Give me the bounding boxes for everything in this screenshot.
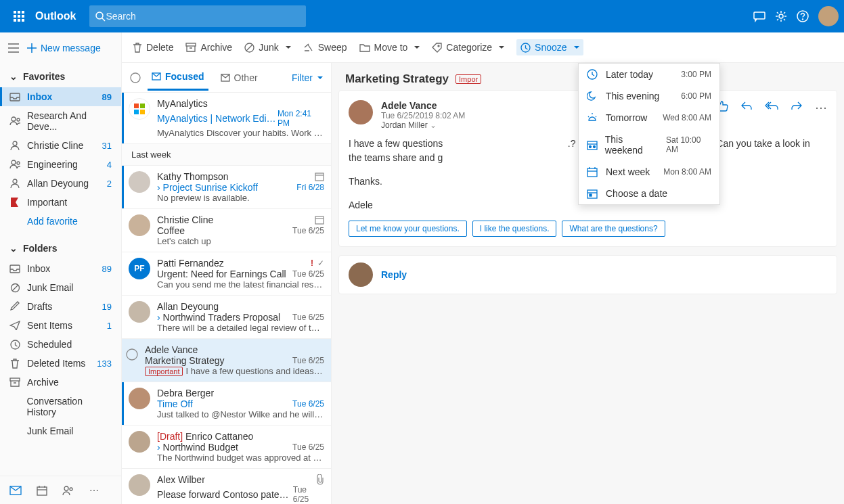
snooze-option[interactable]: Tomorrow Wed 8:00 AM — [579, 107, 719, 129]
user-avatar[interactable] — [818, 6, 839, 26]
filter-button[interactable]: Filter — [292, 72, 323, 83]
snooze-option[interactable]: Choose a date — [579, 183, 719, 204]
sched-icon — [9, 339, 20, 350]
mail-module-icon[interactable] — [9, 486, 22, 495]
message-item[interactable]: [Draft] Enrico Cattaneo › Northwind Budg… — [122, 426, 331, 469]
snooze-option-label: This evening — [606, 91, 659, 101]
sender-avatar — [129, 301, 150, 323]
nav-item[interactable]: Junk Email — [0, 278, 121, 297]
message-from: Adele Vance — [145, 344, 198, 355]
-icon — [9, 426, 20, 436]
nav-item[interactable]: Drafts 19 — [0, 297, 121, 316]
reply-label: Reply — [381, 269, 407, 280]
snooze-option[interactable]: This evening 6:00 PM — [579, 85, 719, 107]
app-launcher-icon[interactable] — [5, 3, 32, 30]
more-modules-icon[interactable]: ⋯ — [89, 485, 99, 496]
select-circle-icon[interactable] — [126, 348, 138, 361]
drafts-icon — [9, 301, 20, 312]
list-separator: Last week — [122, 144, 331, 166]
categorize-button[interactable]: Categorize — [432, 42, 504, 53]
nav-item[interactable]: Deleted Items 133 — [0, 354, 121, 373]
svg-rect-8 — [22, 19, 24, 22]
body-line: I have a few questions — [349, 138, 443, 149]
other-tab[interactable]: Other — [217, 66, 262, 90]
nav-item[interactable]: Conversation History — [0, 392, 121, 421]
reply-all-icon[interactable] — [765, 100, 778, 115]
flag-icon: ! — [311, 258, 313, 268]
settings-icon[interactable] — [775, 10, 787, 22]
email-subject: Marketing Strategy — [345, 72, 449, 86]
nav-item[interactable]: Allan Deyoung 2 — [0, 174, 121, 193]
snooze-option[interactable]: Next week Mon 8:00 AM — [579, 161, 719, 183]
svg-point-36 — [70, 488, 72, 490]
snooze-option-time: Wed 8:00 AM — [663, 113, 711, 122]
nav-item-label: Engineering — [27, 159, 78, 170]
nav-item[interactable]: Inbox 89 — [0, 87, 121, 106]
chevron-down-icon[interactable]: ⌄ — [430, 120, 437, 130]
message-item[interactable]: MyAnalytics MyAnalytics | Network Editio… — [122, 93, 331, 144]
nav-item-count: 89 — [102, 92, 112, 102]
nav-item[interactable]: Sent Items 1 — [0, 316, 121, 335]
add-favorite-button[interactable]: Add favorite — [0, 212, 121, 231]
sweep-button[interactable]: Sweep — [303, 42, 347, 53]
snooze-option[interactable]: Later today 3:00 PM — [579, 64, 719, 85]
suggested-reply[interactable]: What are the questions? — [562, 221, 665, 237]
more-actions-icon[interactable]: ⋯ — [815, 100, 827, 115]
nav-item[interactable]: Scheduled — [0, 335, 121, 354]
snooze-option[interactable]: This weekend Sat 10:00 AM — [579, 129, 719, 161]
nav-item[interactable]: Inbox 89 — [0, 259, 121, 278]
message-preview: Let's catch up — [157, 236, 324, 246]
message-preview: Can you send me the latest financial res… — [157, 279, 324, 290]
suggested-reply[interactable]: I like the questions. — [472, 221, 557, 237]
new-message-button[interactable]: New message — [27, 43, 101, 53]
message-item[interactable]: Alex Wilber Please forward Contoso paten… — [122, 469, 331, 504]
reply-box[interactable]: Reply — [338, 255, 837, 294]
hamburger-icon[interactable] — [8, 43, 19, 53]
nav-item[interactable]: Junk Email — [0, 421, 121, 440]
search-icon — [95, 11, 106, 22]
delete-button[interactable]: Delete — [133, 42, 173, 53]
svg-point-53 — [127, 349, 137, 360]
svg-point-25 — [13, 179, 17, 183]
suggested-reply[interactable]: Let me know your questions. — [349, 221, 467, 237]
new-message-label: New message — [41, 43, 101, 53]
junk-button[interactable]: Junk — [244, 42, 291, 53]
message-item[interactable]: Debra Berger Time Off Tue 6/25 Just talk… — [122, 382, 331, 426]
sender-avatar — [129, 98, 150, 120]
snooze-button[interactable]: Snooze — [516, 39, 583, 55]
nav-item[interactable]: Important — [0, 193, 121, 212]
people-module-icon[interactable] — [62, 485, 74, 496]
favorites-section[interactable]: ⌄Favorites — [0, 66, 121, 87]
move-to-button[interactable]: Move to — [359, 42, 420, 53]
snooze-option-label: Later today — [606, 69, 653, 80]
search-box[interactable] — [89, 5, 306, 27]
folders-section[interactable]: ⌄Folders — [0, 237, 121, 259]
forward-icon[interactable] — [791, 100, 803, 115]
message-item[interactable]: Allan Deyoung › Northwind Traders Propos… — [122, 296, 331, 339]
nav-item-label: Inbox — [27, 263, 50, 274]
nav-item-count: 31 — [102, 141, 112, 151]
svg-rect-7 — [18, 19, 20, 22]
reply-icon[interactable] — [740, 100, 753, 115]
svg-rect-49 — [315, 173, 324, 181]
message-item[interactable]: PF Patti Fernandez !✓ Urgent: Need for E… — [122, 252, 331, 296]
nav-item[interactable]: Christie Cline 31 — [0, 136, 121, 155]
nav-item-label: Deleted Items — [27, 358, 85, 369]
nav-item[interactable]: Engineering 4 — [0, 155, 121, 174]
chat-icon[interactable] — [753, 10, 765, 22]
search-input[interactable] — [106, 11, 301, 22]
select-all-circle[interactable] — [130, 72, 141, 83]
message-item[interactable]: Kathy Thompson › Project Sunrise Kickoff… — [122, 166, 331, 209]
archive-button[interactable]: Archive — [185, 42, 232, 53]
nav-item-label: Conversation History — [26, 396, 112, 417]
focused-tab[interactable]: Focused — [148, 64, 208, 91]
nav-item[interactable]: Archive — [0, 373, 121, 392]
choose-icon — [587, 188, 599, 199]
help-icon[interactable] — [797, 10, 809, 22]
junk-icon — [9, 282, 20, 293]
calendar-module-icon[interactable] — [37, 485, 47, 496]
message-preview: Just talked to @Nestor Wilke and he will… — [157, 409, 324, 419]
message-item[interactable]: Christie Cline Coffee Tue 6/25 Let's cat… — [122, 209, 331, 252]
nav-item[interactable]: Research And Deve... — [0, 106, 121, 136]
message-item[interactable]: Adele Vance Marketing Strategy Tue 6/25 … — [122, 339, 331, 382]
